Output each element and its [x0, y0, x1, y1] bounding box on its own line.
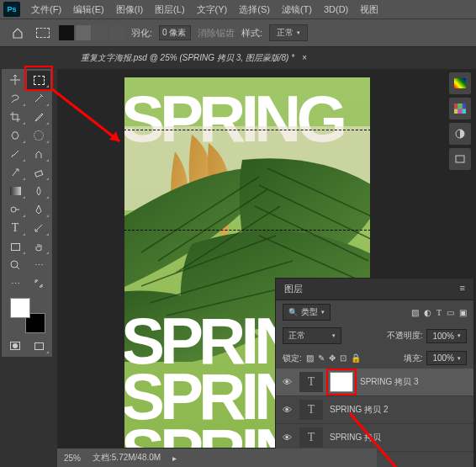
history-brush-tool[interactable]	[3, 163, 27, 182]
svg-rect-0	[35, 171, 43, 177]
fill-label: 填充:	[404, 353, 423, 364]
menu-layer[interactable]: 图层(L)	[149, 3, 190, 16]
antialias-label: 消除锯齿	[198, 27, 235, 40]
lock-artboard-icon[interactable]: ⊡	[340, 353, 346, 363]
panel-menu-icon[interactable]: ≡	[460, 283, 465, 295]
brush-tool[interactable]	[3, 145, 27, 163]
opacity-label: 不透明度:	[387, 330, 423, 342]
healing-tool[interactable]	[3, 126, 27, 145]
edit-toolbar[interactable]: ⋯	[3, 274, 27, 293]
lock-brush-icon[interactable]: ✎	[318, 353, 325, 363]
feather-label: 羽化:	[131, 27, 152, 40]
layers-panel: 图层 ≡ 🔍类型▾ ▧ ◐ T ▭ ▣ 正常▾ 不透明度: 100%▾ 锁定: …	[275, 278, 474, 467]
filter-type-icon[interactable]: T	[436, 308, 442, 317]
dodge-tool[interactable]	[3, 200, 27, 219]
visibility-icon[interactable]: 👁	[281, 404, 293, 416]
ps-logo: Ps	[3, 2, 20, 17]
pen-tool[interactable]	[27, 200, 50, 219]
dock-libraries-icon[interactable]	[449, 148, 471, 170]
type-thumb-icon: T	[299, 400, 323, 420]
new-selection[interactable]	[59, 25, 74, 40]
hand-tool[interactable]	[27, 237, 50, 256]
opacity-input[interactable]: 100%▾	[426, 329, 467, 343]
annotation-arrow-1	[45, 84, 130, 151]
status-chevron-icon[interactable]: ▸	[172, 454, 177, 463]
layers-tab[interactable]: 图层	[284, 283, 303, 295]
blend-mode-dropdown[interactable]: 正常▾	[283, 327, 341, 344]
text-tool[interactable]: T	[3, 219, 27, 237]
document-tab[interactable]: 重复文字海报.psd @ 25% (SPRING 拷贝 3, 图层蒙版/8) *…	[72, 49, 315, 67]
menu-type[interactable]: 文字(Y)	[191, 3, 234, 16]
style-dropdown[interactable]: 正常 ▾	[269, 24, 308, 41]
status-bar: 25% 文档:5.72M/48.0M ▸	[57, 448, 377, 467]
svg-point-1	[11, 207, 16, 212]
eraser-tool[interactable]	[27, 163, 50, 182]
lock-label: 锁定:	[283, 353, 302, 364]
visibility-icon[interactable]: 👁	[281, 432, 293, 443]
lasso-tool[interactable]	[3, 89, 27, 108]
sub-selection[interactable]	[93, 25, 108, 40]
more-tools[interactable]: ⋯	[27, 256, 50, 274]
layer-spring-copy-3[interactable]: 👁 T SPRING 拷贝 3	[276, 369, 473, 396]
path-tool[interactable]	[27, 219, 50, 237]
dock-swatches-icon[interactable]	[449, 98, 471, 119]
lock-all-icon[interactable]: 🔒	[351, 353, 361, 363]
move-tool[interactable]	[3, 71, 27, 89]
menu-3d[interactable]: 3D(D)	[318, 4, 354, 14]
screenmode-icon[interactable]	[27, 337, 50, 355]
add-selection[interactable]	[76, 25, 91, 40]
layer-name[interactable]: SPRING 拷贝 3	[360, 376, 418, 388]
filter-pixel-icon[interactable]: ▧	[411, 308, 419, 317]
fill-input[interactable]: 100%▾	[426, 351, 467, 365]
svg-point-2	[11, 261, 18, 268]
lock-trans-icon[interactable]: ▨	[306, 353, 314, 363]
swap-colors-icon[interactable]	[27, 274, 50, 293]
feather-input[interactable]	[159, 25, 191, 40]
menu-view[interactable]: 视图	[354, 3, 384, 16]
filter-shape-icon[interactable]: ▭	[447, 308, 454, 317]
filter-smart-icon[interactable]: ▣	[459, 308, 467, 317]
filter-adj-icon[interactable]: ◐	[424, 308, 431, 317]
selection-preset-icon[interactable]	[34, 24, 52, 42]
visibility-icon[interactable]: 👁	[281, 376, 293, 388]
gradient-tool[interactable]	[3, 182, 27, 200]
filter-type-dropdown[interactable]: 🔍类型▾	[283, 304, 331, 321]
menu-edit[interactable]: 编辑(E)	[67, 3, 110, 16]
dock-color-icon[interactable]	[449, 72, 471, 94]
annotation-mask-box	[326, 369, 357, 395]
menu-image[interactable]: 图像(I)	[110, 3, 149, 16]
intersect-selection[interactable]	[109, 25, 124, 40]
lock-pos-icon[interactable]: ✥	[329, 353, 336, 363]
style-label: 样式:	[241, 27, 262, 40]
home-icon[interactable]	[8, 24, 27, 42]
blur-tool[interactable]	[27, 182, 50, 200]
zoom-level[interactable]: 25%	[64, 454, 81, 463]
zoom-tool[interactable]	[3, 256, 27, 274]
marquee-selection	[124, 130, 370, 231]
menu-file[interactable]: 文件(F)	[25, 3, 67, 16]
menu-filter[interactable]: 滤镜(T)	[276, 3, 318, 16]
crop-tool[interactable]	[3, 108, 27, 126]
dock-adjustments-icon[interactable]	[449, 123, 471, 145]
shape-tool[interactable]	[3, 237, 27, 256]
quickmask-icon[interactable]	[3, 337, 27, 355]
type-thumb-icon: T	[299, 427, 323, 448]
toolbox: T ⋯ ⋯	[2, 69, 52, 357]
fg-color[interactable]	[10, 298, 30, 318]
menu-select[interactable]: 选择(S)	[233, 3, 276, 16]
type-thumb-icon: T	[299, 372, 323, 392]
doc-size: 文档:5.72M/48.0M	[93, 452, 161, 464]
svg-rect-5	[456, 156, 464, 162]
